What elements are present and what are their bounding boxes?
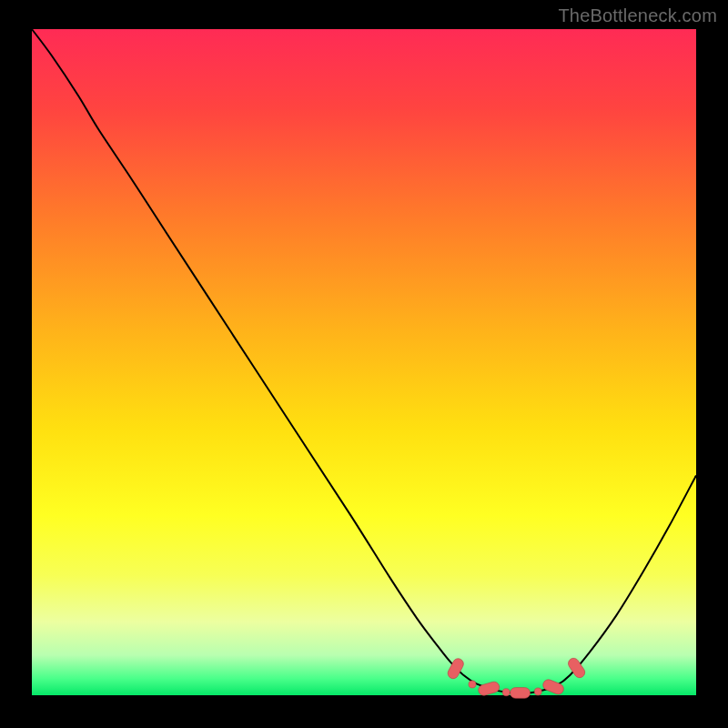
- plot-area: [32, 29, 696, 695]
- svg-point-6: [534, 688, 541, 695]
- svg-rect-7: [541, 678, 565, 696]
- watermark-text: TheBottleneck.com: [558, 5, 717, 26]
- svg-point-2: [469, 681, 476, 688]
- svg-rect-1: [446, 657, 465, 681]
- svg-rect-3: [477, 681, 500, 697]
- svg-point-4: [502, 689, 510, 696]
- curve-markers: [32, 29, 696, 695]
- svg-rect-8: [566, 656, 587, 680]
- svg-rect-5: [511, 688, 531, 699]
